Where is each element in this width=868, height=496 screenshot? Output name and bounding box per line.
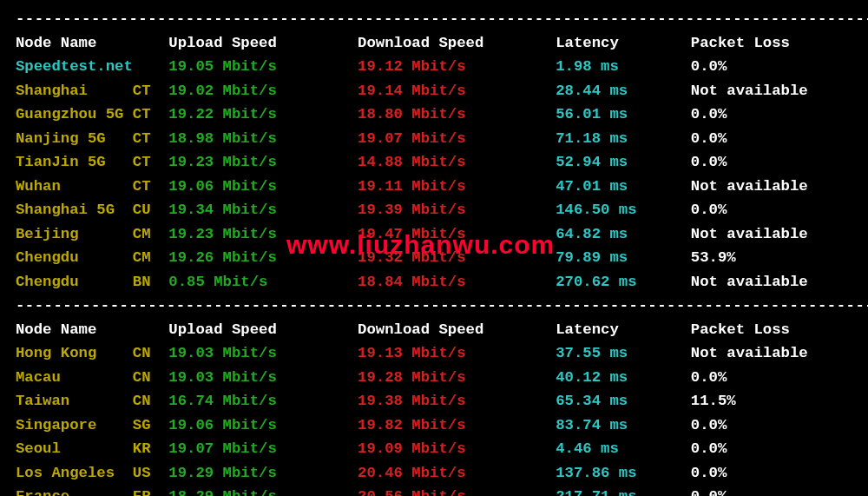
cell-node-tag: CT	[133, 154, 168, 170]
table-header-row: Node Name Upload Speed Download Speed La…	[16, 31, 852, 56]
table-row: Chengdu CM 19.26 Mbit/s 19.32 Mbit/s 79.…	[16, 246, 852, 270]
cell-packet-loss: Not available	[691, 83, 817, 99]
cell-node-tag: CT	[133, 130, 168, 147]
cell-latency: 28.44 ms	[556, 83, 691, 99]
cell-packet-loss: Not available	[691, 345, 817, 361]
cell-download: 19.11 Mbit/s	[358, 178, 556, 195]
cell-upload: 19.29 Mbit/s	[168, 465, 358, 481]
cell-download: 19.09 Mbit/s	[358, 440, 556, 457]
cell-upload: 19.22 Mbit/s	[168, 106, 358, 122]
separator-line: ----------------------------------------…	[16, 294, 852, 318]
cell-node-name: Chengdu	[16, 274, 133, 290]
cell-packet-loss: 0.0%	[691, 488, 817, 496]
cell-node-name: Beijing	[16, 226, 133, 242]
col-header-loss: Packet Loss	[691, 35, 817, 51]
cell-upload: 16.74 Mbit/s	[168, 393, 358, 409]
col-header-latency: Latency	[556, 321, 691, 338]
cell-node-tag: CM	[133, 226, 168, 242]
cell-latency: 64.82 ms	[556, 226, 691, 242]
table-row: Singapore SG 19.06 Mbit/s 19.82 Mbit/s 8…	[16, 413, 852, 438]
cell-latency: 40.12 ms	[556, 369, 691, 386]
table-row: France FR 18.29 Mbit/s 20.56 Mbit/s 217.…	[16, 485, 852, 496]
cell-node-name: Shanghai 5G	[16, 202, 133, 218]
cell-download: 19.12 Mbit/s	[358, 58, 556, 75]
cell-latency: 4.46 ms	[556, 440, 691, 457]
cell-node-tag: BN	[133, 274, 168, 290]
cell-packet-loss: Not available	[691, 226, 817, 242]
cell-node-name: TianJin 5G	[16, 154, 133, 170]
cell-upload: 19.03 Mbit/s	[168, 345, 358, 361]
cell-node-name: Taiwan	[16, 393, 133, 409]
cell-packet-loss: Not available	[691, 178, 817, 195]
table-row: Beijing CM 19.23 Mbit/s 19.47 Mbit/s 64.…	[16, 222, 852, 247]
cell-packet-loss: 0.0%	[691, 106, 817, 122]
cell-latency: 52.94 ms	[556, 154, 691, 170]
cell-latency: 137.86 ms	[556, 465, 691, 481]
cell-packet-loss: 0.0%	[691, 369, 817, 386]
cell-latency: 37.55 ms	[556, 345, 691, 361]
cell-node-tag: FR	[133, 488, 168, 496]
cell-node-tag: CN	[133, 345, 168, 361]
cell-download: 19.13 Mbit/s	[358, 345, 556, 361]
cell-latency: 56.01 ms	[556, 106, 691, 122]
table-row: Seoul KR 19.07 Mbit/s 19.09 Mbit/s 4.46 …	[16, 437, 852, 461]
cell-packet-loss: 53.9%	[691, 249, 817, 266]
cell-node-tag: CT	[133, 83, 168, 99]
table-row: Wuhan CT 19.06 Mbit/s 19.11 Mbit/s 47.01…	[16, 175, 852, 199]
cell-latency: 71.18 ms	[556, 130, 691, 147]
cell-download: 19.47 Mbit/s	[358, 226, 556, 242]
cell-upload: 18.29 Mbit/s	[168, 488, 358, 496]
col-header-node: Node Name	[16, 321, 168, 338]
cell-upload: 19.07 Mbit/s	[168, 440, 358, 457]
cell-upload: 19.03 Mbit/s	[168, 369, 358, 386]
cell-packet-loss: 11.5%	[691, 393, 817, 409]
cell-node-name: France	[16, 488, 133, 496]
table-row: Taiwan CN 16.74 Mbit/s 19.38 Mbit/s 65.3…	[16, 389, 852, 413]
cell-upload: 18.98 Mbit/s	[168, 130, 358, 147]
cell-node-tag: KR	[133, 440, 168, 457]
cell-packet-loss: 0.0%	[691, 154, 817, 170]
cell-upload: 19.26 Mbit/s	[168, 249, 358, 266]
cell-packet-loss: 0.0%	[691, 58, 817, 75]
cell-latency: 79.89 ms	[556, 249, 691, 266]
col-header-download: Download Speed	[358, 35, 556, 51]
cell-node-tag	[133, 58, 168, 75]
table-row: TianJin 5G CT 19.23 Mbit/s 14.88 Mbit/s …	[16, 150, 852, 175]
cell-download: 18.80 Mbit/s	[358, 106, 556, 122]
cell-node-name: Chengdu	[16, 249, 133, 266]
cell-node-name: Wuhan	[16, 178, 133, 195]
table-row: Hong Kong CN 19.03 Mbit/s 19.13 Mbit/s 3…	[16, 341, 852, 366]
table-row: Speedtest.net 19.05 Mbit/s 19.12 Mbit/s …	[16, 55, 852, 79]
cell-packet-loss: 0.0%	[691, 440, 817, 457]
cell-packet-loss: 0.0%	[691, 130, 817, 147]
cell-node-tag: CM	[133, 249, 168, 266]
cell-node-name: Guangzhou 5G	[16, 106, 133, 122]
cell-latency: 83.74 ms	[556, 417, 691, 433]
cell-latency: 47.01 ms	[556, 178, 691, 195]
cell-node-name: Hong Kong	[16, 345, 133, 361]
cell-download: 20.46 Mbit/s	[358, 465, 556, 481]
cell-node-name: Speedtest.net	[16, 58, 133, 75]
cell-upload: 19.23 Mbit/s	[168, 226, 358, 242]
cell-upload: 0.85 Mbit/s	[168, 274, 358, 290]
cell-upload: 19.06 Mbit/s	[168, 178, 358, 195]
col-header-upload: Upload Speed	[168, 35, 358, 51]
cell-latency: 217.71 ms	[556, 488, 691, 496]
cell-node-tag: CN	[133, 369, 168, 386]
cell-node-tag: CU	[133, 202, 168, 218]
cell-latency: 65.34 ms	[556, 393, 691, 409]
col-header-latency: Latency	[556, 35, 691, 51]
cell-node-name: Nanjing 5G	[16, 130, 133, 147]
table-row: Guangzhou 5G CT 19.22 Mbit/s 18.80 Mbit/…	[16, 103, 852, 127]
cell-download: 19.82 Mbit/s	[358, 417, 556, 433]
table-row: Nanjing 5G CT 18.98 Mbit/s 19.07 Mbit/s …	[16, 127, 852, 151]
cell-packet-loss: 0.0%	[691, 465, 817, 481]
cell-download: 19.14 Mbit/s	[358, 83, 556, 99]
table-row: Los Angeles US 19.29 Mbit/s 20.46 Mbit/s…	[16, 461, 852, 486]
terminal-output: ----------------------------------------…	[0, 0, 868, 496]
col-header-node: Node Name	[16, 35, 168, 51]
table-row: Shanghai CT 19.02 Mbit/s 19.14 Mbit/s 28…	[16, 79, 852, 103]
cell-node-name: Singapore	[16, 417, 133, 433]
cell-node-name: Los Angeles	[16, 465, 133, 481]
cell-node-tag: CT	[133, 106, 168, 122]
